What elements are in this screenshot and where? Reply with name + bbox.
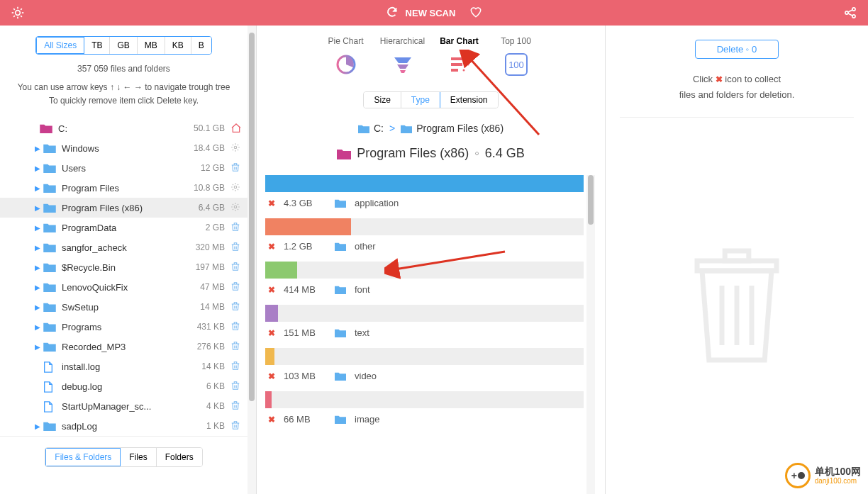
tree-row[interactable]: ▶ProgramData2 GB — [0, 218, 247, 237]
chevron-right-icon[interactable]: ▶ — [32, 204, 43, 212]
tree-row[interactable]: ▶$Recycle.Bin197 MB — [0, 257, 247, 277]
tree-row[interactable]: ▶Recorded_MP3276 KB — [0, 337, 247, 357]
delete-x-icon[interactable]: ✖ — [268, 198, 275, 208]
chevron-right-icon[interactable]: ▶ — [32, 264, 43, 271]
tree-row[interactable]: ▶StartUpManager_sc...4 KB — [0, 396, 247, 416]
content-filter-files-folders[interactable]: Files & Folders — [45, 448, 121, 466]
tree-row[interactable]: ▶sangfor_acheck320 MB — [0, 237, 247, 257]
chevron-right-icon[interactable]: ▶ — [32, 343, 43, 351]
tree-row[interactable]: ▶Programs431 KB — [0, 317, 247, 337]
tree-row[interactable]: ▶SwSetup14 MB — [0, 297, 247, 317]
svg-point-15 — [234, 186, 237, 189]
trash-icon[interactable] — [230, 262, 242, 273]
bar-name-label: image — [355, 414, 379, 425]
tree-row[interactable]: ▶sadpLog1 KB — [0, 416, 247, 436]
view-tab-pie-chart[interactable]: Pie Chart — [321, 36, 371, 77]
trash-icon[interactable] — [230, 281, 242, 293]
size-filter-kb[interactable]: KB — [165, 37, 191, 54]
folder-icon — [335, 415, 346, 424]
chevron-right-icon[interactable]: ▶ — [32, 422, 43, 430]
tree-row[interactable]: ▶Windows18.4 GB — [0, 138, 247, 158]
trash-icon[interactable] — [230, 420, 242, 432]
trash-icon[interactable] — [230, 242, 242, 253]
size-filter-tb[interactable]: TB — [84, 37, 110, 54]
tree-row[interactable]: ▶LenovoQuickFix47 MB — [0, 277, 247, 297]
bar-row[interactable]: ✖103 MBvideo — [265, 348, 584, 388]
bar-size-label: 1.2 GB — [284, 241, 326, 252]
tree-item-label: Program Files (x86) — [62, 203, 199, 213]
group-tab-extension[interactable]: Extension — [440, 92, 498, 108]
folder-icon — [43, 262, 56, 272]
gear-icon[interactable] — [230, 142, 242, 154]
group-tab-size[interactable]: Size — [364, 92, 401, 108]
trash-icon[interactable] — [230, 381, 242, 392]
app-header: NEW SCAN — [0, 0, 868, 26]
trash-icon[interactable] — [230, 321, 242, 332]
delete-x-icon[interactable]: ✖ — [268, 371, 275, 381]
trash-icon[interactable] — [230, 222, 242, 233]
chevron-right-icon[interactable]: ▶ — [32, 244, 43, 252]
bar-row[interactable]: ✖414 MBfont — [265, 262, 584, 302]
tree-item-label: Programs — [62, 322, 197, 332]
delete-x-icon[interactable]: ✖ — [268, 415, 275, 425]
sidebar-scrollbar[interactable] — [247, 26, 256, 494]
delete-hint: Click ✖ icon to collect files and folder… — [620, 72, 854, 118]
bar-row[interactable]: ✖4.3 GBapplication — [265, 175, 584, 215]
tree-item-size: 2 GB — [206, 223, 225, 232]
trash-icon[interactable] — [230, 341, 242, 352]
tree-item-size: 14 MB — [200, 302, 225, 312]
size-filter-all-sizes[interactable]: All Sizes — [36, 37, 84, 54]
chevron-right-icon[interactable]: ▶ — [32, 184, 43, 192]
trash-icon[interactable] — [230, 301, 242, 313]
tree-item-size: 4 KB — [206, 401, 225, 411]
size-filter-gb[interactable]: GB — [110, 37, 137, 54]
tree-item-size: 320 MB — [196, 242, 225, 252]
chart-scrollbar[interactable] — [586, 175, 595, 494]
bar-name-label: video — [355, 371, 377, 381]
chevron-right-icon[interactable]: ▶ — [32, 164, 43, 172]
bar-track — [265, 175, 584, 192]
tree-row[interactable]: ▶install.log14 KB — [0, 357, 247, 376]
refresh-icon[interactable] — [386, 6, 399, 21]
content-filter-folders[interactable]: Folders — [157, 448, 202, 466]
view-tab-hierarchical[interactable]: Hierarchical — [378, 36, 428, 77]
view-tab-icon — [333, 52, 359, 77]
tree-row[interactable]: ▶Program Files (x86)6.4 GB — [0, 198, 247, 218]
tree-row[interactable]: ▶Program Files10.8 GB — [0, 178, 247, 198]
delete-x-icon[interactable]: ✖ — [268, 242, 275, 252]
size-filter-b[interactable]: B — [191, 37, 211, 54]
tree-item-label: install.log — [62, 361, 201, 372]
group-tab-type[interactable]: Type — [401, 92, 440, 108]
tree-row[interactable]: ▶debug.log6 KB — [0, 376, 247, 396]
chevron-right-icon[interactable]: ▶ — [32, 303, 43, 311]
share-icon[interactable] — [843, 6, 857, 22]
size-filter-mb[interactable]: MB — [138, 37, 165, 54]
gear-icon[interactable] — [230, 202, 242, 213]
tree-row[interactable]: ▶Users12 GB — [0, 158, 247, 178]
delete-button[interactable]: Delete ◦ 0 — [695, 40, 779, 59]
content-filter-files[interactable]: Files — [121, 448, 156, 466]
delete-x-icon[interactable]: ✖ — [268, 285, 275, 295]
trash-icon[interactable] — [230, 162, 242, 174]
chevron-right-icon[interactable]: ▶ — [32, 284, 43, 291]
bar-row[interactable]: ✖1.2 GBother — [265, 218, 584, 259]
tree-item-label: $Recycle.Bin — [62, 262, 196, 273]
gear-icon[interactable] — [230, 182, 242, 193]
new-scan-button[interactable]: NEW SCAN — [406, 8, 456, 18]
settings-icon[interactable] — [11, 6, 25, 22]
delete-x-icon[interactable]: ✖ — [268, 328, 275, 338]
breadcrumb-item[interactable]: Program Files (x86) — [401, 123, 503, 134]
breadcrumb-item[interactable]: C: — [358, 123, 384, 134]
chevron-right-icon[interactable]: ▶ — [32, 224, 43, 232]
view-tab-top-100[interactable]: Top 100100 — [491, 36, 541, 77]
home-icon[interactable] — [230, 123, 242, 134]
tree-row[interactable]: ▶C:50.1 GB — [0, 118, 247, 138]
chevron-right-icon[interactable]: ▶ — [32, 145, 43, 152]
view-tab-bar-chart[interactable]: Bar Chart — [435, 36, 484, 77]
bar-row[interactable]: ✖151 MBtext — [265, 305, 584, 345]
bar-row[interactable]: ✖66 MBimage — [265, 391, 584, 432]
chevron-right-icon[interactable]: ▶ — [32, 323, 43, 331]
heart-icon[interactable] — [469, 6, 482, 21]
trash-icon[interactable] — [230, 400, 242, 412]
trash-icon[interactable] — [230, 361, 242, 372]
